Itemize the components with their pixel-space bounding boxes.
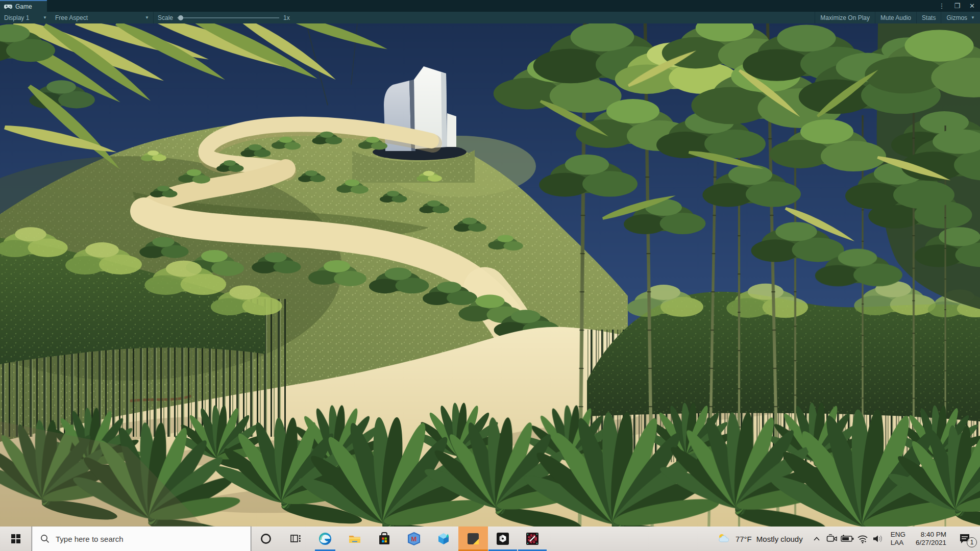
task-view-icon (289, 533, 302, 545)
file-explorer-button[interactable] (340, 527, 370, 551)
meet-now-button[interactable] (824, 527, 840, 551)
clock[interactable]: 8:40 PM 6/27/2021 (911, 531, 951, 547)
unity-tab-bar: Game ⋮ ❐ ✕ (0, 0, 980, 12)
svg-text:M: M (411, 535, 417, 543)
wifi-button[interactable] (855, 527, 870, 551)
clock-time: 8:40 PM (921, 531, 946, 539)
windows-taskbar: M (0, 527, 980, 551)
speaker-icon (872, 534, 884, 543)
maximize-icon[interactable]: ❐ (954, 3, 960, 9)
screen: Game ⋮ ❐ ✕ Display 1 ▼ Free Aspect ▼ Sca… (0, 0, 980, 551)
aspect-dropdown-label: Free Aspect (55, 14, 88, 21)
volume-button[interactable] (870, 527, 886, 551)
language-code: ENG (891, 531, 905, 539)
clock-date: 6/27/2021 (916, 539, 946, 547)
chevron-down-icon: ▼ (43, 15, 47, 20)
m-cube-app-icon: M (407, 532, 421, 546)
notification-badge: 1 (967, 537, 977, 547)
battery-charging-icon (841, 535, 854, 543)
scene-render (0, 23, 980, 527)
start-button[interactable] (0, 527, 32, 551)
m-cube-app-button[interactable]: M (399, 527, 429, 551)
chevron-down-icon: ▼ (145, 15, 149, 20)
search-input[interactable] (55, 534, 228, 544)
game-viewport[interactable] (0, 23, 980, 527)
display-dropdown-label: Display 1 (4, 14, 29, 21)
weather-temp: 77°F (736, 535, 752, 543)
weather-condition: Mostly cloudy (756, 535, 803, 543)
edge-button[interactable] (310, 527, 340, 551)
scale-label: Scale (158, 14, 173, 21)
language-indicator[interactable]: ENG LAA (886, 531, 911, 547)
gizmos-label: Gizmos (946, 14, 967, 21)
slider-knob[interactable] (178, 15, 183, 20)
maximize-on-play-label: Maximize On Play (820, 14, 870, 21)
search-icon (40, 534, 50, 543)
weather-icon (718, 533, 731, 544)
cortana-button[interactable] (251, 527, 281, 551)
hidden-icons-chevron[interactable] (809, 527, 824, 551)
unity-icon (496, 532, 510, 546)
aspect-dropdown[interactable]: Free Aspect ▼ (51, 12, 153, 23)
unity-game-toolbar: Display 1 ▼ Free Aspect ▼ Scale 1x Maxim… (0, 12, 980, 23)
scale-control: Scale 1x (154, 12, 294, 23)
stats-label: Stats (922, 14, 936, 21)
blue-cube-app-icon (436, 532, 451, 546)
tab-game[interactable]: Game (0, 0, 47, 12)
microsoft-store-button[interactable] (370, 527, 399, 551)
keyboard-layout: LAA (891, 539, 905, 547)
active-app-button[interactable] (458, 527, 488, 551)
cortana-icon (260, 533, 272, 545)
microsoft-store-icon (378, 532, 391, 546)
display-dropdown[interactable]: Display 1 ▼ (0, 12, 51, 23)
close-icon[interactable]: ✕ (969, 3, 975, 9)
meet-now-camera-icon (826, 534, 838, 543)
scale-slider[interactable] (177, 14, 279, 21)
stats-button[interactable]: Stats (916, 12, 941, 23)
battery-button[interactable] (840, 527, 855, 551)
weather-widget[interactable]: 77°F Mostly cloudy (712, 533, 809, 544)
gamepad-icon (4, 4, 12, 9)
mute-audio-label: Mute Audio (880, 14, 911, 21)
maximize-on-play-button[interactable]: Maximize On Play (815, 12, 875, 23)
edge-icon (318, 532, 332, 546)
slider-track[interactable] (177, 17, 279, 18)
file-explorer-icon (348, 532, 362, 546)
active-app-icon (466, 532, 480, 546)
tab-game-label: Game (15, 3, 32, 10)
action-center-button[interactable]: 1 (951, 527, 978, 551)
scale-value: 1x (283, 14, 290, 21)
unity-editor-button[interactable] (488, 527, 518, 551)
windows-logo-icon (11, 534, 20, 543)
gear-app-button[interactable] (518, 527, 547, 551)
taskbar-search[interactable] (32, 527, 251, 551)
gear-app-icon (525, 532, 540, 546)
system-tray: 77°F Mostly cloudy (712, 527, 980, 551)
task-view-button[interactable] (281, 527, 310, 551)
mute-audio-button[interactable]: Mute Audio (875, 12, 916, 23)
gizmos-dropdown[interactable]: Gizmos ▼ (941, 12, 980, 23)
chevron-down-icon: ▼ (971, 15, 975, 20)
kebab-menu-icon[interactable]: ⋮ (938, 3, 945, 9)
window-controls: ⋮ ❐ ✕ (938, 0, 980, 12)
toolbar-right-group: Maximize On Play Mute Audio Stats Gizmos… (815, 12, 980, 23)
wifi-icon (857, 535, 868, 543)
chevron-up-icon (814, 537, 820, 541)
blue-cube-app-button[interactable] (429, 527, 458, 551)
